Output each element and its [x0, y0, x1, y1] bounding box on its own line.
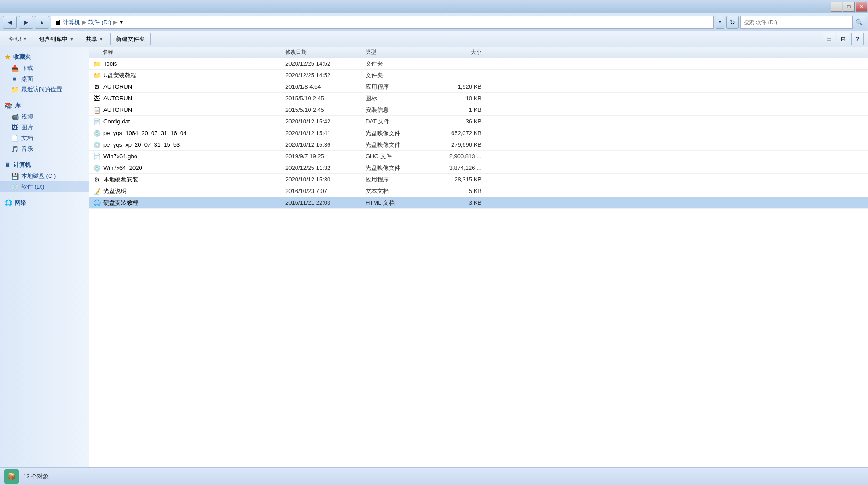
table-row[interactable]: 📄 Config.dat 2020/10/12 15:42 DAT 文件 36 … [89, 116, 868, 127]
file-name: pe_yqs_1064_20_07_31_16_04 [103, 130, 187, 136]
status-object-count: 13 个对象 [23, 473, 49, 481]
file-size-cell: 10 KB [432, 95, 490, 102]
file-date-cell: 2020/10/12 15:42 [285, 118, 366, 125]
file-date-cell: 2020/10/12 15:30 [285, 176, 366, 183]
table-row[interactable]: 📁 Tools 2020/12/25 14:52 文件夹 [89, 58, 868, 70]
file-size-cell: 2,900,813 ... [432, 153, 490, 160]
file-date-cell: 2015/5/10 2:45 [285, 95, 366, 102]
sidebar-item-d-drive[interactable]: 💿 软件 (D:) [0, 181, 89, 192]
file-list: 📁 Tools 2020/12/25 14:52 文件夹 📁 U盘安装教程 20… [89, 58, 868, 467]
file-size-cell: 3 KB [432, 199, 490, 206]
col-header-size[interactable]: 大小 [432, 49, 490, 56]
file-type-cell: 光盘映像文件 [366, 164, 432, 172]
file-name-cell: 📄 Win7x64.gho [89, 152, 285, 160]
favorites-label: 收藏夹 [13, 53, 31, 61]
toolbar-right: ☰ ⊞ ? [823, 33, 864, 45]
file-size-cell: 36 KB [432, 118, 490, 125]
include-library-dropdown-icon: ▼ [70, 37, 74, 41]
sidebar: ★ 收藏夹 📥 下载 🖥 桌面 📁 最近访问的位置 📚 库 [0, 47, 89, 467]
sidebar-item-desktop[interactable]: 🖥 桌面 [0, 74, 89, 84]
search-box: 🔍 [740, 16, 865, 29]
sidebar-network-header[interactable]: 🌐 网络 [0, 197, 89, 209]
file-name-cell: 📋 AUTORUN [89, 106, 285, 114]
download-label: 下载 [21, 64, 33, 72]
table-row[interactable]: 📋 AUTORUN 2015/5/10 2:45 安装信息 1 KB [89, 104, 868, 116]
file-date-cell: 2020/12/25 14:52 [285, 72, 366, 78]
file-size-cell: 1 KB [432, 107, 490, 113]
sidebar-computer-header[interactable]: 🖥 计算机 [0, 159, 89, 171]
video-label: 视频 [21, 113, 33, 121]
sidebar-item-pictures[interactable]: 🖼 图片 [0, 122, 89, 133]
col-header-type[interactable]: 类型 [366, 49, 432, 56]
share-button[interactable]: 共享 ▼ [81, 33, 108, 45]
include-library-button[interactable]: 包含到库中 ▼ [34, 33, 79, 45]
close-button[interactable]: ✕ [856, 2, 867, 12]
c-drive-label: 本地磁盘 (C:) [21, 172, 56, 180]
table-row[interactable]: ⚙ 本地硬盘安装 2020/10/12 15:30 应用程序 28,315 KB [89, 174, 868, 185]
sidebar-item-recent[interactable]: 📁 最近访问的位置 [0, 84, 89, 95]
new-folder-button[interactable]: 新建文件夹 [110, 33, 151, 45]
file-size-cell: 279,696 KB [432, 141, 490, 148]
up-button[interactable]: ▲ [35, 16, 49, 29]
table-row[interactable]: 🖼 AUTORUN 2015/5/10 2:45 图标 10 KB [89, 93, 868, 104]
table-row[interactable]: 🌐 硬盘安装教程 2016/11/21 22:03 HTML 文档 3 KB [89, 197, 868, 209]
view-toggle-button[interactable]: ⊞ [837, 33, 849, 45]
computer-label: 计算机 [13, 161, 31, 169]
computer-sidebar-icon: 🖥 [4, 161, 11, 169]
file-name: AUTORUN [103, 83, 132, 90]
file-date-cell: 2019/9/7 19:25 [285, 153, 366, 160]
forward-button[interactable]: ▶ [19, 16, 33, 29]
help-button[interactable]: ? [851, 33, 864, 45]
sidebar-item-c-drive[interactable]: 💾 本地磁盘 (C:) [0, 171, 89, 181]
col-header-date[interactable]: 修改日期 [285, 49, 366, 56]
table-row[interactable]: ⚙ AUTORUN 2016/1/8 4:54 应用程序 1,926 KB [89, 81, 868, 93]
sidebar-item-music[interactable]: 🎵 音乐 [0, 144, 89, 154]
address-bar: ◀ ▶ ▲ 🖥 计算机 ▶ 软件 (D:) ▶ ▼ ▼ ↻ 🔍 [0, 13, 868, 31]
breadcrumb-dropdown[interactable]: ▼ [119, 20, 123, 25]
sidebar-item-video[interactable]: 📹 视频 [0, 111, 89, 122]
file-date-cell: 2020/12/25 14:52 [285, 60, 366, 67]
search-icon[interactable]: 🔍 [852, 16, 865, 29]
view-options-button[interactable]: ☰ [823, 33, 835, 45]
table-row[interactable]: 💿 Win7x64_2020 2020/12/25 11:32 光盘映像文件 3… [89, 162, 868, 174]
sidebar-favorites-header[interactable]: ★ 收藏夹 [0, 51, 89, 63]
sidebar-item-docs[interactable]: 📄 文档 [0, 133, 89, 144]
title-bar: ─ □ ✕ [0, 0, 868, 13]
sidebar-section-favorites: ★ 收藏夹 📥 下载 🖥 桌面 📁 最近访问的位置 [0, 51, 89, 95]
docs-icon: 📄 [11, 134, 19, 142]
breadcrumb-computer[interactable]: 计算机 [63, 18, 80, 26]
organize-button[interactable]: 组织 ▼ [4, 33, 32, 45]
maximize-button[interactable]: □ [843, 2, 855, 12]
file-type-cell: 安装信息 [366, 106, 432, 114]
table-row[interactable]: 📄 Win7x64.gho 2019/9/7 19:25 GHO 文件 2,90… [89, 151, 868, 162]
file-type-cell: 文件夹 [366, 60, 432, 68]
table-row[interactable]: 📝 光盘说明 2016/10/23 7:07 文本文档 5 KB [89, 185, 868, 197]
search-input[interactable] [741, 19, 852, 25]
table-row[interactable]: 📁 U盘安装教程 2020/12/25 14:52 文件夹 [89, 70, 868, 81]
sidebar-divider-3 [4, 195, 84, 195]
music-label: 音乐 [21, 145, 33, 153]
toolbar: 组织 ▼ 包含到库中 ▼ 共享 ▼ 新建文件夹 ☰ ⊞ ? [0, 31, 868, 47]
file-name: 光盘说明 [103, 187, 127, 195]
file-icon: 💿 [93, 164, 101, 172]
back-button[interactable]: ◀ [3, 16, 17, 29]
d-drive-label: 软件 (D:) [21, 183, 44, 191]
sidebar-library-header[interactable]: 📚 库 [0, 100, 89, 111]
sidebar-item-download[interactable]: 📥 下载 [0, 63, 89, 74]
title-bar-buttons: ─ □ ✕ [831, 2, 867, 12]
breadcrumb-drive[interactable]: 软件 (D:) [88, 18, 111, 26]
favorites-star-icon: ★ [4, 53, 11, 61]
minimize-button[interactable]: ─ [831, 2, 842, 12]
file-size-cell: 1,926 KB [432, 83, 490, 90]
col-header-name[interactable]: 名称 [89, 49, 285, 56]
file-icon: 📁 [93, 60, 101, 68]
share-label: 共享 [86, 35, 97, 43]
recent-icon: 📁 [11, 86, 19, 94]
file-type-cell: 文本文档 [366, 187, 432, 195]
refresh-button[interactable]: ↻ [726, 16, 739, 29]
music-icon: 🎵 [11, 145, 19, 153]
dropdown-arrow-button[interactable]: ▼ [716, 16, 724, 29]
table-row[interactable]: 💿 pe_yqs_xp_20_07_31_15_53 2020/10/12 15… [89, 139, 868, 151]
file-size-cell: 5 KB [432, 188, 490, 194]
table-row[interactable]: 💿 pe_yqs_1064_20_07_31_16_04 2020/10/12 … [89, 127, 868, 139]
